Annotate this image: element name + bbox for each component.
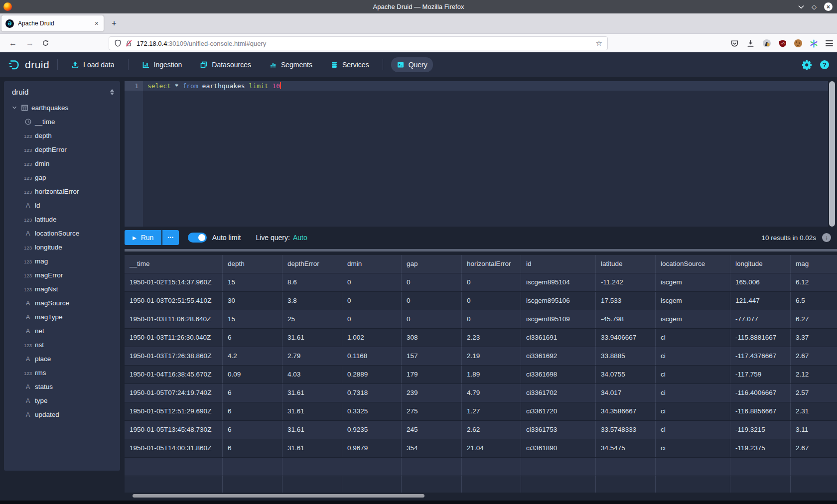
table-cell[interactable]: ci3361753: [521, 421, 596, 439]
run-button[interactable]: ▶ Run: [125, 230, 161, 245]
table-cell[interactable]: 2.67: [791, 439, 837, 457]
sidebar-item-column[interactable]: dmin: [4, 156, 120, 170]
downloads-icon[interactable]: [746, 39, 755, 48]
table-cell[interactable]: 2.31: [791, 402, 837, 420]
column-header[interactable]: depthError: [282, 255, 342, 273]
table-cell[interactable]: 1950-01-02T15:14:37.960Z: [125, 273, 223, 291]
sidebar-item-column[interactable]: magNst: [4, 282, 120, 296]
table-cell[interactable]: 0: [462, 310, 521, 328]
table-cell[interactable]: 3.37: [791, 329, 837, 347]
table-cell[interactable]: 179: [402, 366, 462, 383]
table-cell[interactable]: 33.9406667: [596, 329, 656, 347]
column-header[interactable]: horizontalError: [462, 255, 521, 273]
sidebar-item-column[interactable]: place: [4, 352, 120, 366]
table-cell[interactable]: 0: [402, 310, 462, 328]
table-cell[interactable]: 6.5: [791, 292, 837, 310]
new-tab-button[interactable]: +: [112, 18, 117, 28]
table-cell[interactable]: 2.67: [791, 347, 837, 365]
table-cell[interactable]: 0: [342, 273, 402, 291]
sidebar-item-column[interactable]: status: [4, 379, 120, 393]
table-cell[interactable]: 33.8885: [596, 347, 656, 365]
bookmark-star-icon[interactable]: ☆: [596, 39, 602, 48]
table-cell[interactable]: -119.3215: [730, 421, 791, 439]
table-cell[interactable]: 2.79: [282, 347, 342, 365]
column-header[interactable]: mag: [791, 255, 837, 273]
table-cell[interactable]: ci3361702: [521, 384, 596, 402]
sidebar-item-column[interactable]: net: [4, 324, 120, 338]
table-cell[interactable]: ci3361720: [521, 402, 596, 420]
table-cell[interactable]: iscgem895109: [521, 310, 596, 328]
table-cell[interactable]: 0: [402, 292, 462, 310]
table-cell[interactable]: 275: [402, 402, 462, 420]
table-cell[interactable]: 6.12: [791, 273, 837, 291]
table-cell[interactable]: 15: [223, 310, 282, 328]
table-cell[interactable]: ci3361890: [521, 439, 596, 457]
sidebar-item-table[interactable]: earthquakes: [4, 101, 120, 115]
sidebar-item-column[interactable]: id: [4, 198, 120, 212]
horizontal-scrollbar[interactable]: [125, 494, 837, 498]
table-cell[interactable]: 0.9235: [342, 421, 402, 439]
cookie-icon[interactable]: [794, 39, 802, 47]
table-cell[interactable]: -11.242: [596, 273, 656, 291]
column-header[interactable]: __time: [125, 255, 223, 273]
sidebar-item-column[interactable]: __time: [4, 115, 120, 128]
table-cell[interactable]: -116.8856667: [730, 402, 791, 420]
table-cell[interactable]: 34.5475: [596, 439, 656, 457]
table-cell[interactable]: 3.8: [282, 292, 342, 310]
chevron-down-icon[interactable]: [11, 104, 18, 111]
table-cell[interactable]: 3.11: [791, 421, 837, 439]
table-cell[interactable]: 31.61: [282, 384, 342, 402]
live-query-value[interactable]: Auto: [293, 234, 307, 242]
table-cell[interactable]: 2.19: [462, 347, 521, 365]
table-cell[interactable]: 1950-01-05T12:51:29.690Z: [125, 402, 223, 420]
window-maximize-icon[interactable]: ◇: [812, 3, 817, 10]
table-cell[interactable]: 239: [402, 384, 462, 402]
table-cell[interactable]: 25: [282, 310, 342, 328]
table-cell[interactable]: 0: [462, 292, 521, 310]
table-cell[interactable]: 2.23: [462, 329, 521, 347]
table-cell[interactable]: 1950-01-03T11:06:28.640Z: [125, 310, 223, 328]
url-text[interactable]: 172.18.0.4:30109/unified-console.html#qu…: [137, 40, 596, 47]
column-header[interactable]: id: [521, 255, 596, 273]
column-header[interactable]: longitude: [730, 255, 791, 273]
table-cell[interactable]: 2.57: [791, 384, 837, 402]
help-icon[interactable]: ?: [820, 60, 829, 69]
table-cell[interactable]: -117.4376667: [730, 347, 791, 365]
table-cell[interactable]: iscgem: [656, 273, 730, 291]
table-cell[interactable]: ci: [656, 347, 730, 365]
table-cell[interactable]: 6: [223, 402, 282, 420]
table-cell[interactable]: ci: [656, 384, 730, 402]
table-cell[interactable]: 6: [223, 384, 282, 402]
table-cell[interactable]: 121.447: [730, 292, 791, 310]
druid-logo[interactable]: druid: [8, 58, 49, 71]
sidebar-item-column[interactable]: rms: [4, 366, 120, 379]
query-editor[interactable]: 1 select * from earthquakes limit 10: [125, 81, 828, 227]
nav-load-data[interactable]: Load data: [66, 57, 120, 72]
menu-icon[interactable]: [826, 40, 833, 46]
table-cell[interactable]: 0: [342, 310, 402, 328]
column-header[interactable]: gap: [402, 255, 462, 273]
sidebar-item-column[interactable]: locationSource: [4, 226, 120, 240]
column-header[interactable]: depth: [223, 255, 282, 273]
table-cell[interactable]: iscgem895104: [521, 273, 596, 291]
sidebar-item-column[interactable]: horizontalError: [4, 184, 120, 198]
column-header[interactable]: locationSource: [656, 255, 730, 273]
table-cell[interactable]: 0.9679: [342, 439, 402, 457]
table-cell[interactable]: 1950-01-05T13:45:48.730Z: [125, 421, 223, 439]
table-cell[interactable]: 165.006: [730, 273, 791, 291]
table-cell[interactable]: 1950-01-05T14:00:31.860Z: [125, 439, 223, 457]
sidebar-item-column[interactable]: depth: [4, 128, 120, 142]
table-cell[interactable]: ci: [656, 329, 730, 347]
reload-button[interactable]: [42, 39, 49, 47]
table-cell[interactable]: 0: [342, 292, 402, 310]
table-cell[interactable]: 0.09: [223, 366, 282, 383]
table-cell[interactable]: 6: [223, 421, 282, 439]
table-cell[interactable]: 0.1168: [342, 347, 402, 365]
download-results-icon[interactable]: ↓: [822, 233, 831, 242]
sidebar-item-column[interactable]: magType: [4, 310, 120, 324]
table-cell[interactable]: 6.27: [791, 310, 837, 328]
table-cell[interactable]: 245: [402, 421, 462, 439]
table-cell[interactable]: 30: [223, 292, 282, 310]
table-cell[interactable]: iscgem: [656, 310, 730, 328]
scrollbar-thumb[interactable]: [133, 494, 424, 498]
